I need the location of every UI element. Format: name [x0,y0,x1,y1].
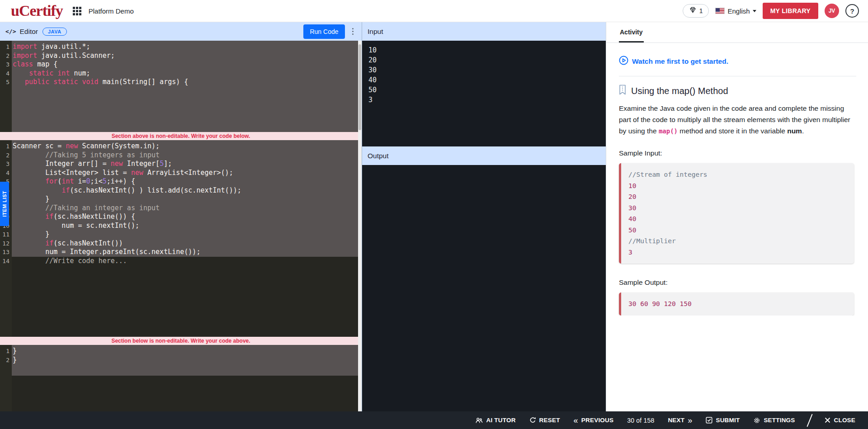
code-line: static int num; [12,69,362,78]
line-number: 2 [0,52,12,61]
code-line[interactable]: //Taking 5 integers as input [12,151,362,160]
run-code-button[interactable]: Run Code [303,24,344,39]
us-flag-icon [715,8,725,14]
submit-button[interactable]: SUBMIT [706,417,740,424]
play-icon [619,56,628,67]
code-line[interactable]: //Write code here... [12,257,362,266]
activity-content: Watch me first to get started. Using the… [606,43,868,316]
close-icon [825,417,830,423]
gems-counter[interactable]: 1 [683,4,709,18]
line-number: 14 [0,257,12,266]
gems-count: 1 [699,7,703,14]
item-list-tab[interactable]: ITEM LIST [0,182,9,226]
code-line[interactable]: num = Integer.parseInt(sc.nextLine()); [12,248,362,257]
line-number: 3 [0,160,12,169]
description-text: method and store it in the variable [678,127,787,135]
console-line: 20 [368,55,599,65]
code-section-readonly-bottom: 12 }} [0,345,362,411]
sample-code-line: //Stream of integers [628,169,847,180]
gem-icon [689,6,697,15]
line-number: 13 [0,248,12,257]
settings-button[interactable]: SETTINGS [753,417,795,424]
sample-output-label: Sample Output: [619,278,856,287]
code-line[interactable]: List<Integer> list = new ArrayList<Integ… [12,169,362,178]
footer-item-label: 30 of 158 [627,417,654,424]
code-line[interactable]: if(sc.hasNextLine()) { [12,212,362,222]
input-title: Input [368,28,383,36]
submit-icon [706,417,712,424]
sample-code-line: 10 [628,180,847,192]
code-line: } [12,347,362,356]
sample-code-line: 50 [628,225,847,236]
sample-code-line: 40 [628,213,847,225]
footer-item-label: SUBMIT [716,417,740,424]
footer-item-label: PREVIOUS [581,417,613,424]
non-editable-divider-top: Section above is non-editable. Write you… [0,132,362,140]
language-dropdown[interactable]: English [715,7,756,15]
code-line: } [12,356,362,365]
ai-tutor-button[interactable]: AI TUTOR [476,417,515,424]
previous-button[interactable]: «PREVIOUS [574,416,614,424]
editor-panel-header: </> Editor JAVA Run Code [0,22,362,41]
sample-output-box: 30 60 90 120 150 [619,292,854,316]
scrollbar-thumb[interactable] [359,44,361,130]
code-area-editable[interactable]: Scanner sc = new Scanner(System.in); //T… [12,140,362,337]
code-line: import java.util.Scanner; [12,52,362,61]
line-number: 2 [0,356,12,365]
avatar[interactable]: JV [825,4,839,18]
io-panel: Input 10203040503 Output [362,22,606,411]
console-line: 30 [368,65,599,75]
editor-menu-icon[interactable] [349,26,357,37]
code-area-readonly-bottom: }} [12,345,362,411]
description-text: num [787,127,802,135]
app-title: Platform Demo [89,7,134,15]
code-line[interactable]: Integer arr[] = new Integer[5]; [12,160,362,169]
line-number-gutter: 12 [0,345,12,411]
code-icon: </> [5,28,16,35]
line-number: 1 [0,142,12,151]
code-section-readonly-top: 12345 import java.util.*;import java.uti… [0,41,362,132]
apps-grid-icon[interactable] [73,7,81,15]
next-button[interactable]: NEXT» [668,416,692,424]
language-badge: JAVA [42,28,67,36]
code-line[interactable]: } [12,195,362,204]
reset-icon [529,417,536,424]
tab-activity[interactable]: Activity [619,28,644,42]
editor-scrollbar[interactable] [358,41,362,411]
code-line[interactable]: } [12,230,362,239]
my-library-button[interactable]: MY LIBRARY [763,3,818,19]
code-line[interactable]: for(int i=0;i<5;i++) { [12,177,362,186]
console-line: 10 [368,45,599,55]
input-console[interactable]: 10203040503 [362,41,606,146]
editor-panel-title: Editor [19,28,38,36]
code-area-readonly-top: import java.util.*;import java.util.Scan… [12,41,362,132]
line-number: 12 [0,239,12,248]
close-button[interactable]: CLOSE [825,417,855,424]
chevrons-left-icon: « [574,416,578,424]
code-line[interactable]: num = sc.nextInt(); [12,222,362,231]
chevrons-right-icon: » [688,416,692,424]
editor-body: 12345 import java.util.*;import java.uti… [0,41,362,411]
line-number-gutter: 1234567891011121314 [0,140,12,337]
code-line[interactable]: if(sc.hasNextInt()) [12,239,362,248]
code-line[interactable]: Scanner sc = new Scanner(System.in); [12,142,362,151]
progress-indicator: 30 of 158 [627,417,654,424]
reset-button[interactable]: RESET [529,417,560,424]
description-text: . [802,127,804,135]
code-line[interactable]: //Taking an integer as input [12,204,362,213]
activity-tabbar: Activity [606,22,868,43]
footer-item-label: CLOSE [834,417,855,424]
footer-divider [807,414,813,427]
code-line[interactable]: if(sc.hasNextInt() ) list.add(sc.nextInt… [12,186,362,195]
bottom-toolbar: AI TUTORRESET«PREVIOUS30 of 158NEXT»SUBM… [0,411,868,429]
sample-code-line: 30 60 90 120 150 [628,298,847,310]
sample-code-line: //Multiplier [628,236,847,247]
footer-item-label: RESET [539,417,560,424]
main-area: </> Editor JAVA Run Code 12345 import ja… [0,22,868,411]
line-number: 11 [0,230,12,239]
people-icon [476,417,483,424]
watch-me-first-link[interactable]: Watch me first to get started. [619,56,856,67]
divider [619,76,856,76]
line-number: 5 [0,78,12,87]
help-button[interactable]: ? [845,4,859,18]
